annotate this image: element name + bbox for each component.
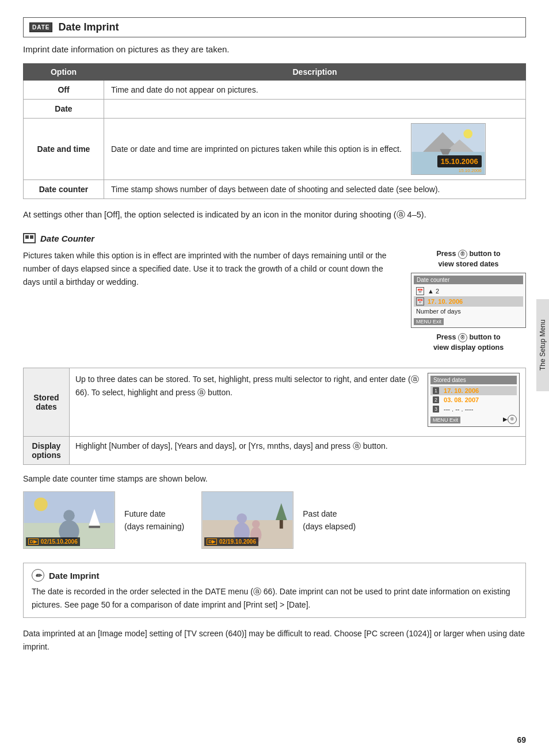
press-label-2: Press ® button toview display options <box>411 333 526 353</box>
display-options-content: Highlight [Number of days], [Years and d… <box>70 437 526 465</box>
sample-stamps: D▶ 02/15.10.2006 Future date (days remai… <box>23 491 526 549</box>
page-title: Date Imprint <box>58 21 119 33</box>
date-icon: DATE <box>29 22 52 32</box>
screen-row-1: 📅 ▲ 2 <box>414 286 523 296</box>
future-stamp-photo: D▶ 02/15.10.2006 <box>23 491 115 549</box>
table-row: Date counter Time stamp shows number of … <box>24 180 526 199</box>
table-row: Date <box>24 100 526 119</box>
future-stamp-text: 02/15.10.2006 <box>41 539 78 545</box>
press-label-1: Press ® button toview stored dates <box>411 249 526 269</box>
monitor-note: At settings other than [Off], the option… <box>23 208 526 222</box>
stored-dates-content: Up to three dates can be stored. To set,… <box>70 368 526 437</box>
camera-thumbnail: 15.10.2006 15.10.2006 <box>411 123 486 175</box>
option-off-desc: Time and date do not appear on pictures. <box>104 81 526 100</box>
svg-rect-13 <box>89 526 100 528</box>
dc-screen-1: Date counter 📅 ▲ 2 📅 17. 10. 2006 Number… <box>411 273 526 328</box>
screen-num-3: 3 <box>433 406 439 413</box>
date-stamp-small: 15.10.2006 <box>459 168 482 173</box>
option-datecounter-label: Date counter <box>24 180 104 199</box>
screen-footer-1: MENU Exit <box>414 317 523 325</box>
future-stamp-item: D▶ 02/15.10.2006 Future date (days remai… <box>23 491 184 549</box>
option-off-label: Off <box>24 81 104 100</box>
note-title: Date Imprint <box>49 571 100 581</box>
screen-icon-2: 📅 <box>416 297 424 306</box>
stored-dates-screen-mock: Stored dates 1 17. 10. 2006 2 03. 08. 20… <box>428 373 520 427</box>
option-datetime-desc: Date or date and time are imprinted on p… <box>104 119 526 180</box>
future-stamp-overlay: D▶ 02/15.10.2006 <box>26 537 80 546</box>
past-stamp-item: D▶ 02/19.10.2006 Past date (days elapsed… <box>201 491 356 549</box>
stored-dates-row: Storeddates Up to three dates can be sto… <box>24 368 526 437</box>
note-header: ✏ Date Imprint <box>32 569 517 582</box>
future-stamp-desc: Future date (days remaining) <box>124 507 184 533</box>
header-box: DATE Date Imprint <box>23 17 526 37</box>
date-counter-right: Press ® button toview stored dates Date … <box>411 249 526 356</box>
past-sublabel: (days elapsed) <box>303 522 356 531</box>
future-sublabel: (days remaining) <box>124 522 184 531</box>
past-stamp-desc: Past date (days elapsed) <box>303 507 356 533</box>
screen-icon-1: 📅 <box>416 287 424 295</box>
stored-dates-screen: Stored dates 1 17. 10. 2006 2 03. 08. 20… <box>428 373 520 432</box>
svg-point-19 <box>252 520 260 528</box>
option-date-desc <box>104 100 526 119</box>
stored-table: Storeddates Up to three dates can be sto… <box>23 368 526 465</box>
side-label: The Setup Menu <box>536 299 549 391</box>
display-options-row: Displayoptions Highlight [Number of days… <box>24 437 526 465</box>
screen-num-1: 1 <box>433 387 439 394</box>
sample-intro: Sample date counter time stamps are show… <box>23 474 526 483</box>
date-counter-icon <box>23 233 36 243</box>
date-counter-title: Date Counter <box>40 234 94 243</box>
date-stamp-overlay: 15.10.2006 <box>437 155 482 167</box>
screen-num-2: 2 <box>433 396 439 403</box>
date-counter-body: Pictures taken while this option is in e… <box>23 249 399 356</box>
screen-arrow: ▶® <box>503 415 517 424</box>
dc-row2-date: 17. 10. 2006 <box>428 298 463 305</box>
date-counter-layout: Pictures taken while this option is in e… <box>23 249 526 356</box>
svg-point-6 <box>463 129 472 139</box>
option-datecounter-desc: Time stamp shows number of days between … <box>104 180 526 199</box>
table-row: Date and time Date or date and time are … <box>24 119 526 180</box>
bottom-para: Data imprinted at an [Image mode] settin… <box>23 627 526 654</box>
date-counter-section-title: Date Counter <box>23 233 526 243</box>
svg-point-11 <box>63 510 75 522</box>
note-icon: ✏ <box>32 569 44 582</box>
menu-exit-1: MENU Exit <box>414 318 444 325</box>
screen-row-2: 📅 17. 10. 2006 <box>414 296 523 307</box>
table-row: Off Time and date do not appear on pictu… <box>24 81 526 100</box>
note-box: ✏ Date Imprint The date is recorded in t… <box>23 563 526 618</box>
past-stamp-text: 02/19.10.2006 <box>219 539 256 545</box>
note-para1: The date is recorded in the order select… <box>32 585 517 612</box>
screen-val-1: 17. 10. 2006 <box>444 387 479 394</box>
svg-point-17 <box>237 513 247 524</box>
stored-entry-1: 1 17. 10. 2006 <box>430 386 517 395</box>
screen-row-3: Number of days <box>414 307 523 316</box>
dc-row1-num: ▲ 2 <box>428 288 439 295</box>
display-options-label: Displayoptions <box>24 437 70 465</box>
future-label: Future date <box>124 509 166 518</box>
past-stamp-overlay: D▶ 02/19.10.2006 <box>204 537 258 546</box>
stored-entry-2: 2 03. 08. 2007 <box>430 395 517 404</box>
menu-exit-stored: MENU Exit <box>430 417 460 423</box>
option-datetime-text: Date or date and time are imprinted on p… <box>111 144 402 154</box>
stored-dates-text: Up to three dates can be stored. To set,… <box>75 373 421 399</box>
dc-row3-label: Number of days <box>416 308 461 315</box>
stored-dates-label: Storeddates <box>24 368 70 437</box>
screen-footer-stored: MENU Exit ▶® <box>430 415 517 424</box>
screen-title-bar-1: Date counter <box>414 276 523 284</box>
page-number: 69 <box>517 735 526 744</box>
svg-rect-21 <box>280 520 283 529</box>
past-label: Past date <box>303 509 337 518</box>
svg-point-9 <box>34 498 48 511</box>
options-table: Option Description Off Time and date do … <box>23 63 526 199</box>
screen-val-2: 03. 08. 2007 <box>444 396 479 403</box>
past-stamp-photo: D▶ 02/19.10.2006 <box>201 491 293 549</box>
stored-entry-3: 3 --- . -- . ---- <box>430 404 517 414</box>
screen-val-3: --- . -- . ---- <box>444 406 473 413</box>
stored-dates-screen-title: Stored dates <box>430 376 517 384</box>
option-date-label: Date <box>24 100 104 119</box>
option-datetime-label: Date and time <box>24 119 104 180</box>
table-header-option: Option <box>24 64 104 81</box>
table-header-description: Description <box>104 64 526 81</box>
intro-text: Imprint date information on pictures as … <box>23 44 526 54</box>
